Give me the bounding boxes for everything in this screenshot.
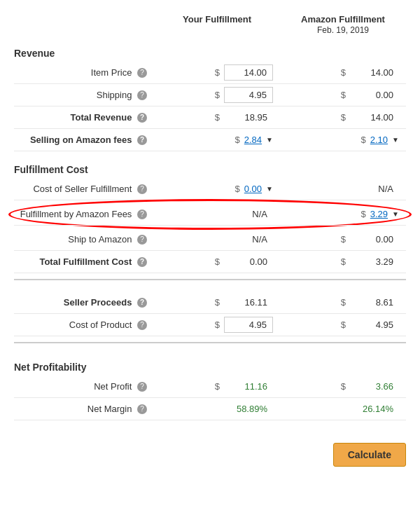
seller-proceeds-your-value: 16.11 bbox=[224, 295, 273, 310]
total-fulfillment-your-col: $ 0.00 bbox=[154, 254, 280, 269]
seller-fulfillment-your-value[interactable]: 0.00 bbox=[244, 184, 262, 194]
item-price-amazon-col: $ 14.00 bbox=[280, 65, 406, 80]
item-price-your-input[interactable]: 14.00 bbox=[224, 64, 273, 81]
item-price-label: Item Price ? bbox=[14, 67, 154, 78]
selling-fees-amazon-dropdown[interactable]: ▼ bbox=[392, 136, 399, 144]
net-margin-your-col: 58.89% bbox=[154, 401, 280, 416]
shipping-amazon-col: $ 0.00 bbox=[280, 88, 406, 102]
fba-fees-highlight-wrapper: Fulfillment by Amazon Fees ? N/A $ 3.29 … bbox=[14, 203, 406, 226]
net-margin-amazon-value: 26.14% bbox=[350, 401, 399, 416]
cost-of-product-amazon-col: $ 4.95 bbox=[280, 317, 406, 332]
total-revenue-your-value: 18.95 bbox=[224, 110, 273, 125]
calculator-container: Your Fulfillment Amazon Fulfillment Feb.… bbox=[14, 14, 406, 420]
seller-fulfillment-amazon-col: N/A bbox=[280, 181, 406, 196]
ship-to-amazon-label: Ship to Amazon ? bbox=[14, 234, 154, 245]
seller-proceeds-row: Seller Proceeds ? $ 16.11 $ 8.61 bbox=[14, 291, 406, 314]
shipping-your-input[interactable]: 4.95 bbox=[224, 87, 273, 103]
seller-proceeds-label: Seller Proceeds ? bbox=[14, 297, 154, 308]
fba-fees-row: Fulfillment by Amazon Fees ? N/A $ 3.29 … bbox=[14, 203, 406, 226]
ship-to-amazon-row: Ship to Amazon ? N/A $ 0.00 bbox=[14, 228, 406, 251]
net-profit-help-icon[interactable]: ? bbox=[137, 382, 147, 392]
selling-fees-amazon-col: $ 2.10 ▼ bbox=[280, 135, 406, 145]
selling-fees-amazon-value[interactable]: 2.10 bbox=[370, 135, 388, 145]
total-revenue-label: Total Revenue ? bbox=[14, 112, 154, 123]
net-margin-your-value: 58.89% bbox=[224, 401, 273, 416]
ship-to-amazon-amazon-value: 0.00 bbox=[350, 232, 399, 247]
cost-of-product-your-input[interactable]: 4.95 bbox=[224, 317, 273, 333]
selling-fees-your-col: $ 2.84 ▼ bbox=[154, 135, 280, 145]
fba-fees-help-icon[interactable]: ? bbox=[137, 210, 147, 219]
revenue-section-title: Revenue bbox=[14, 48, 406, 59]
amazon-fulfillment-header: Amazon Fulfillment Feb. 19, 2019 bbox=[280, 14, 406, 35]
column-headers: Your Fulfillment Amazon Fulfillment Feb.… bbox=[14, 14, 406, 41]
total-revenue-amazon-value: 14.00 bbox=[350, 110, 399, 125]
ship-to-amazon-amazon-col: $ 0.00 bbox=[280, 232, 406, 247]
net-profit-label: Net Profit ? bbox=[14, 381, 154, 392]
cost-of-product-label: Cost of Product ? bbox=[14, 320, 154, 331]
ship-to-amazon-help-icon[interactable]: ? bbox=[137, 235, 147, 245]
net-profit-row: Net Profit ? $ 11.16 $ 3.66 bbox=[14, 376, 406, 398]
net-profit-amazon-value: 3.66 bbox=[350, 379, 399, 394]
net-margin-row: Net Margin ? 58.89% 26.14% bbox=[14, 398, 406, 420]
seller-fulfillment-help-icon[interactable]: ? bbox=[137, 184, 147, 194]
net-profit-amazon-col: $ 3.66 bbox=[280, 379, 406, 394]
shipping-amazon-value: 0.00 bbox=[350, 88, 399, 102]
your-fulfillment-label: Your Fulfillment bbox=[183, 14, 251, 25]
seller-fulfillment-amazon-value: N/A bbox=[350, 181, 399, 196]
selling-fees-help-icon[interactable]: ? bbox=[137, 135, 147, 145]
total-fulfillment-help-icon[interactable]: ? bbox=[137, 257, 147, 267]
shipping-help-icon[interactable]: ? bbox=[137, 90, 147, 100]
fba-fees-amazon-value[interactable]: 3.29 bbox=[370, 209, 388, 219]
cost-of-product-your-col: $ 4.95 bbox=[154, 317, 280, 333]
seller-fulfillment-label: Cost of Seller Fulfillment ? bbox=[14, 184, 154, 195]
total-revenue-row: Total Revenue ? $ 18.95 $ 14.00 bbox=[14, 107, 406, 129]
fba-fees-label: Fulfillment by Amazon Fees ? bbox=[14, 209, 154, 220]
net-profit-your-value: 11.16 bbox=[224, 379, 273, 394]
fba-fees-your-value: N/A bbox=[224, 207, 273, 221]
total-fulfillment-amazon-value: 3.29 bbox=[350, 254, 399, 269]
seller-fulfillment-your-col: $ 0.00 ▼ bbox=[154, 184, 280, 194]
your-fulfillment-header: Your Fulfillment bbox=[154, 14, 280, 35]
item-price-your-col: $ 14.00 bbox=[154, 64, 280, 81]
item-price-amazon-value: 14.00 bbox=[350, 65, 399, 80]
selling-fees-row: Selling on Amazon fees ? $ 2.84 ▼ $ 2.10… bbox=[14, 129, 406, 151]
ship-to-amazon-your-value: N/A bbox=[224, 232, 273, 247]
fulfillment-cost-section-title: Fulfillment Cost bbox=[14, 164, 406, 175]
seller-fulfillment-row: Cost of Seller Fulfillment ? $ 0.00 ▼ N/… bbox=[14, 178, 406, 200]
net-profit-your-col: $ 11.16 bbox=[154, 379, 280, 394]
fba-fees-your-col: N/A bbox=[154, 207, 280, 221]
net-margin-amazon-col: 26.14% bbox=[280, 401, 406, 416]
shipping-row: Shipping ? $ 4.95 $ 0.00 bbox=[14, 84, 406, 107]
amazon-fulfillment-date: Feb. 19, 2019 bbox=[317, 25, 369, 35]
net-margin-help-icon[interactable]: ? bbox=[137, 404, 147, 414]
total-fulfillment-row: Total Fulfillment Cost ? $ 0.00 $ 3.29 bbox=[14, 251, 406, 273]
shipping-your-col: $ 4.95 bbox=[154, 87, 280, 103]
cost-of-product-amazon-value: 4.95 bbox=[350, 317, 399, 332]
selling-fees-label: Selling on Amazon fees ? bbox=[14, 135, 154, 146]
total-fulfillment-amazon-col: $ 3.29 bbox=[280, 254, 406, 269]
amazon-fulfillment-label: Amazon Fulfillment bbox=[301, 14, 385, 25]
cost-of-product-help-icon[interactable]: ? bbox=[137, 320, 147, 330]
selling-fees-your-dropdown[interactable]: ▼ bbox=[266, 136, 273, 144]
total-revenue-help-icon[interactable]: ? bbox=[137, 113, 147, 123]
cost-of-product-row: Cost of Product ? $ 4.95 $ 4.95 bbox=[14, 314, 406, 336]
net-profitability-section-title: Net Profitability bbox=[14, 362, 406, 373]
total-fulfillment-your-value: 0.00 bbox=[224, 254, 273, 269]
seller-proceeds-amazon-col: $ 8.61 bbox=[280, 295, 406, 310]
shipping-label: Shipping ? bbox=[14, 90, 154, 101]
fba-fees-amazon-col: $ 3.29 ▼ bbox=[280, 209, 406, 219]
total-fulfillment-label: Total Fulfillment Cost ? bbox=[14, 256, 154, 268]
seller-fulfillment-your-dropdown[interactable]: ▼ bbox=[266, 185, 273, 193]
item-price-help-icon[interactable]: ? bbox=[137, 68, 147, 78]
seller-proceeds-your-col: $ 16.11 bbox=[154, 295, 280, 310]
fba-fees-amazon-dropdown[interactable]: ▼ bbox=[392, 210, 399, 218]
total-revenue-your-col: $ 18.95 bbox=[154, 110, 280, 125]
net-margin-label: Net Margin ? bbox=[14, 404, 154, 415]
ship-to-amazon-your-col: N/A bbox=[154, 232, 280, 247]
total-revenue-amazon-col: $ 14.00 bbox=[280, 110, 406, 125]
item-price-row: Item Price ? $ 14.00 $ 14.00 bbox=[14, 62, 406, 84]
seller-proceeds-amazon-value: 8.61 bbox=[350, 295, 399, 310]
selling-fees-your-value[interactable]: 2.84 bbox=[244, 135, 262, 145]
seller-proceeds-help-icon[interactable]: ? bbox=[137, 298, 147, 308]
calculate-button[interactable]: Calculate bbox=[333, 443, 406, 467]
